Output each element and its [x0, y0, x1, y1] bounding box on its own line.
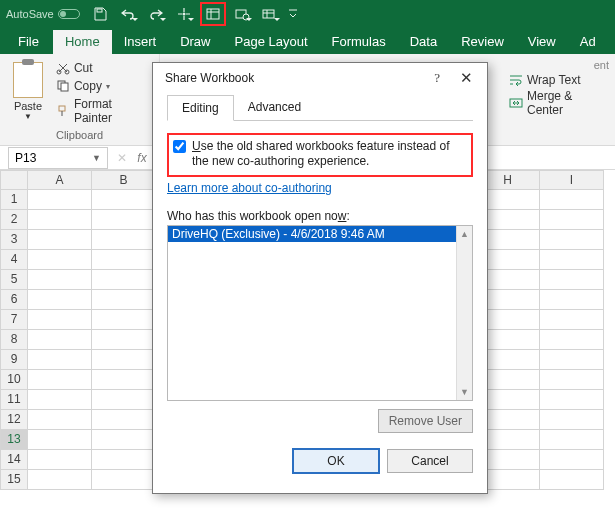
- close-icon[interactable]: ✕: [454, 67, 479, 89]
- fx-icon[interactable]: fx: [132, 151, 152, 165]
- dialog-titlebar[interactable]: Share Workbook ? ✕: [153, 63, 487, 93]
- tab-insert[interactable]: Insert: [112, 30, 169, 54]
- highlight-box: Use the old shared workbooks feature ins…: [167, 133, 473, 177]
- tab-addins[interactable]: Ad: [568, 30, 608, 54]
- ok-button[interactable]: OK: [293, 449, 379, 473]
- wrap-text-label: Wrap Text: [527, 73, 581, 87]
- row-header[interactable]: 14: [0, 450, 28, 470]
- row-header[interactable]: 13: [0, 430, 28, 450]
- wrap-text-icon: [509, 74, 523, 86]
- track-changes-legacy-icon[interactable]: [258, 3, 282, 25]
- share-workbook-dialog: Share Workbook ? ✕ Editing Advanced Use …: [152, 62, 488, 494]
- row-header[interactable]: 9: [0, 350, 28, 370]
- paste-icon: [13, 62, 43, 98]
- use-old-sharing-checkbox[interactable]: Use the old shared workbooks feature ins…: [173, 139, 465, 169]
- svg-rect-10: [59, 106, 65, 111]
- tab-home[interactable]: Home: [53, 30, 112, 54]
- row-header[interactable]: 6: [0, 290, 28, 310]
- row-header[interactable]: 1: [0, 190, 28, 210]
- copy-button[interactable]: Copy ▾: [56, 78, 153, 94]
- checkbox-input[interactable]: [173, 140, 186, 153]
- merge-center-label: Merge & Center: [527, 89, 609, 117]
- cancel-formula-icon[interactable]: ✕: [112, 151, 132, 165]
- tab-draw[interactable]: Draw: [168, 30, 222, 54]
- touch-mouse-mode-icon[interactable]: [172, 3, 196, 25]
- autosave-label: AutoSave: [6, 8, 54, 20]
- undo-icon[interactable]: [116, 3, 140, 25]
- select-all-corner[interactable]: [0, 170, 28, 190]
- name-box-value: P13: [15, 151, 36, 165]
- tab-file[interactable]: File: [4, 30, 53, 54]
- clipboard-group-label: Clipboard: [6, 129, 153, 143]
- format-painter-label: Format Painter: [74, 97, 153, 125]
- editing-pane: Use the old shared workbooks feature ins…: [167, 121, 473, 473]
- quick-access-toolbar: AutoSave: [0, 0, 615, 28]
- group-clipboard: Paste ▼ Cut Copy ▾ Format Painter C: [0, 54, 160, 145]
- tab-page-layout[interactable]: Page Layout: [223, 30, 320, 54]
- scrollbar[interactable]: ▲ ▼: [456, 226, 472, 400]
- redo-icon[interactable]: [144, 3, 168, 25]
- svg-rect-2: [207, 9, 219, 19]
- word-fragment: ent: [509, 58, 609, 72]
- wrap-text-button[interactable]: Wrap Text: [509, 72, 609, 88]
- qat-buttons: [88, 2, 300, 26]
- chevron-down-icon: ▾: [106, 82, 110, 91]
- dialog-tabs: Editing Advanced: [167, 95, 473, 121]
- share-workbook-legacy-icon[interactable]: [200, 2, 226, 26]
- qat-customize-icon[interactable]: [286, 3, 300, 25]
- tab-view[interactable]: View: [516, 30, 568, 54]
- ribbon-tabs: File Home Insert Draw Page Layout Formul…: [0, 28, 615, 54]
- col-header[interactable]: A: [28, 170, 92, 190]
- group-alignment-partial: ent Wrap Text Merge & Center: [503, 54, 615, 145]
- row-header[interactable]: 7: [0, 310, 28, 330]
- tab-review[interactable]: Review: [449, 30, 516, 54]
- paste-label: Paste: [14, 100, 42, 112]
- col-header[interactable]: I: [540, 170, 604, 190]
- tab-advanced[interactable]: Advanced: [234, 95, 315, 120]
- svg-rect-0: [97, 9, 102, 12]
- who-open-label: Who has this workbook open now:: [167, 209, 473, 223]
- cut-button[interactable]: Cut: [56, 60, 153, 76]
- svg-point-4: [243, 14, 249, 20]
- paintbrush-icon: [56, 104, 70, 118]
- tab-data[interactable]: Data: [398, 30, 449, 54]
- checkbox-label: Use the old shared workbooks feature ins…: [192, 139, 465, 169]
- remove-user-button: Remove User: [378, 409, 473, 433]
- row-header[interactable]: 12: [0, 410, 28, 430]
- svg-point-1: [182, 13, 185, 16]
- cancel-button[interactable]: Cancel: [387, 449, 473, 473]
- autosave-switch-icon: [58, 9, 80, 19]
- dialog-title: Share Workbook: [165, 71, 254, 85]
- row-header[interactable]: 11: [0, 390, 28, 410]
- protect-sharing-legacy-icon[interactable]: [230, 3, 254, 25]
- name-box[interactable]: P13 ▼: [8, 147, 108, 169]
- row-header[interactable]: 8: [0, 330, 28, 350]
- row-header[interactable]: 5: [0, 270, 28, 290]
- scissors-icon: [56, 61, 70, 75]
- tab-editing[interactable]: Editing: [167, 95, 234, 121]
- tab-formulas[interactable]: Formulas: [320, 30, 398, 54]
- row-header[interactable]: 15: [0, 470, 28, 490]
- merge-center-icon: [509, 97, 523, 109]
- copy-icon: [56, 79, 70, 93]
- scroll-down-icon[interactable]: ▼: [457, 384, 472, 400]
- save-icon[interactable]: [88, 3, 112, 25]
- col-header[interactable]: B: [92, 170, 156, 190]
- row-header[interactable]: 3: [0, 230, 28, 250]
- help-icon[interactable]: ?: [434, 70, 440, 86]
- users-listbox[interactable]: DriveHQ (Exclusive) - 4/6/2018 9:46 AM ▲…: [167, 225, 473, 401]
- learn-coauthoring-link[interactable]: Learn more about co-authoring: [167, 181, 332, 195]
- row-header[interactable]: 4: [0, 250, 28, 270]
- cut-label: Cut: [74, 61, 93, 75]
- row-header[interactable]: 10: [0, 370, 28, 390]
- row-header[interactable]: 2: [0, 210, 28, 230]
- list-item[interactable]: DriveHQ (Exclusive) - 4/6/2018 9:46 AM: [168, 226, 456, 242]
- chevron-down-icon: ▼: [24, 112, 32, 121]
- format-painter-button[interactable]: Format Painter: [56, 96, 153, 126]
- paste-button[interactable]: Paste ▼: [6, 56, 50, 126]
- copy-label: Copy: [74, 79, 102, 93]
- scroll-up-icon[interactable]: ▲: [457, 226, 472, 242]
- merge-center-button[interactable]: Merge & Center: [509, 88, 609, 118]
- autosave-toggle[interactable]: AutoSave: [6, 8, 80, 20]
- svg-rect-9: [61, 83, 68, 91]
